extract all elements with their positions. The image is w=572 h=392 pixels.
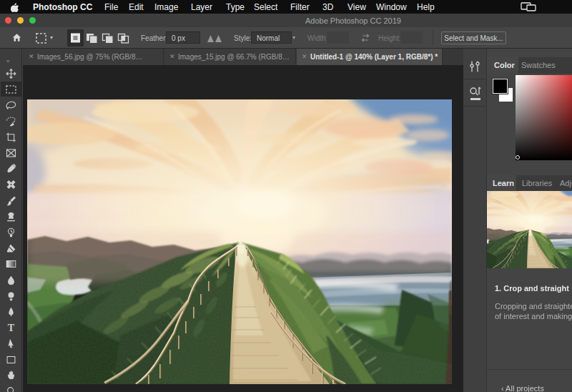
svg-text:T: T [8,323,15,333]
